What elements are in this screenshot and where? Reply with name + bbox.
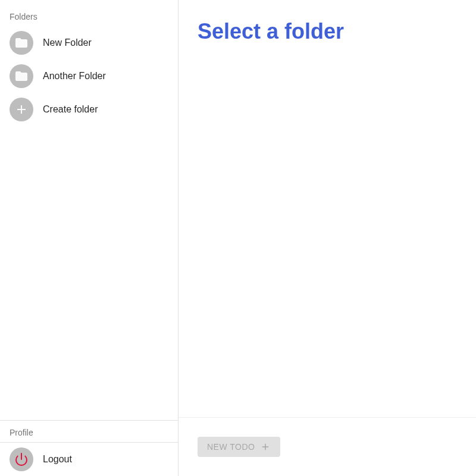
sidebar-bottom: Profile Logout	[0, 420, 178, 476]
main-content: Select a folder	[178, 0, 476, 417]
folder-icon	[10, 64, 33, 88]
sidebar-item-label: Another Folder	[43, 71, 106, 82]
profile-list: Logout	[0, 442, 178, 476]
plus-icon	[10, 98, 33, 121]
sidebar-item-label: New Folder	[43, 37, 92, 48]
folder-icon	[10, 31, 33, 55]
page-title: Select a folder	[198, 19, 457, 44]
profile-header: Profile	[0, 425, 178, 442]
main-footer: NEW TODO	[178, 417, 476, 476]
sidebar-item-folder-0[interactable]: New Folder	[0, 26, 178, 60]
main: Select a folder NEW TODO	[178, 0, 476, 476]
plus-icon	[260, 441, 271, 452]
sidebar-item-logout[interactable]: Logout	[0, 443, 178, 476]
sidebar: Folders New Folder Another Folder Create…	[0, 0, 178, 476]
folders-header: Folders	[0, 10, 178, 26]
power-icon	[10, 447, 33, 471]
profile-section: Profile Logout	[0, 421, 178, 476]
new-todo-button: NEW TODO	[198, 437, 280, 457]
sidebar-item-folder-1[interactable]: Another Folder	[0, 60, 178, 93]
sidebar-item-label: Logout	[43, 454, 72, 465]
sidebar-item-create-folder[interactable]: Create folder	[0, 93, 178, 126]
new-todo-label: NEW TODO	[207, 442, 255, 452]
sidebar-item-label: Create folder	[43, 104, 98, 115]
sidebar-top: Folders New Folder Another Folder Create…	[0, 0, 178, 420]
